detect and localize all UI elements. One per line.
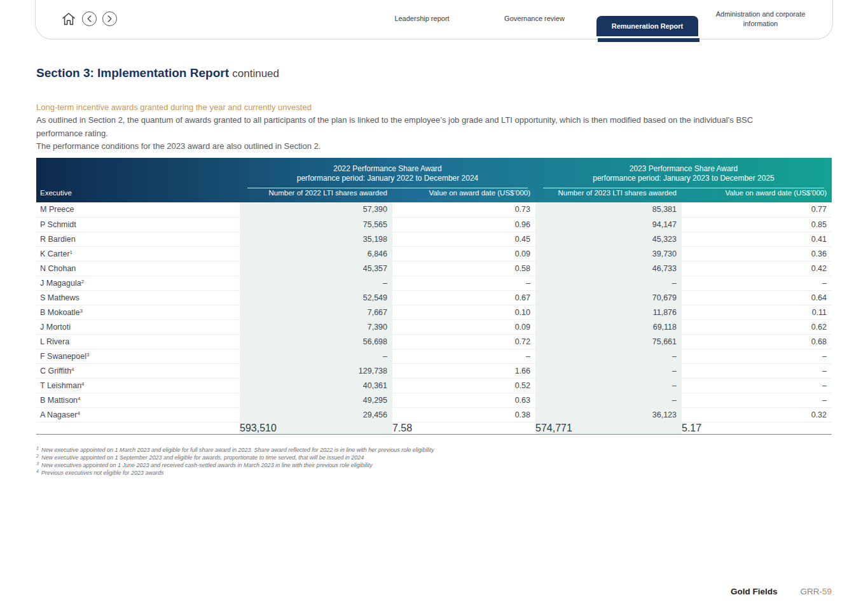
cell-shares-2023: – (535, 349, 682, 363)
group-header-2023: 2023 Performance Share Award performance… (535, 158, 832, 188)
cell-shares-2022: 29,456 (240, 407, 392, 422)
table-row: A Nagaser429,4560.3836,1230.32 (36, 407, 832, 422)
group-2022-period: performance period: January 2022 to Dece… (247, 174, 528, 184)
page-footer: Gold Fields GRR-59 (731, 587, 832, 596)
cell-shares-2022: – (240, 276, 392, 290)
forward-chevron-icon[interactable] (102, 11, 117, 26)
cell-shares-2022: 57,390 (240, 202, 392, 217)
tab-remuneration-report[interactable]: Remuneration Report (596, 16, 698, 36)
executive-name: L Rivera (36, 334, 240, 349)
executive-name: J Magagula2 (36, 276, 240, 290)
table-row: R Bardien35,1980.4545,3230.41 (36, 232, 832, 246)
cell-value-2023: 0.41 (682, 232, 832, 246)
cell-value-2022: 0.10 (392, 305, 535, 319)
nav-icon-group (61, 0, 117, 39)
executive-name: S Mathews (36, 290, 240, 305)
column-header-shares-2022: Number of 2022 LTI shares awarded (240, 188, 392, 202)
tab-leadership-report[interactable]: Leadership report (373, 0, 471, 39)
cell-shares-2022: 129,738 (240, 363, 392, 378)
footnote-marker: 3 (80, 308, 83, 314)
cell-shares-2023: – (535, 363, 682, 378)
cell-value-2023: – (682, 393, 832, 407)
cell-value-2023: – (682, 276, 832, 290)
column-header-value-2022: Value on award date (US$’000) (392, 188, 535, 202)
page-title-suffix: continued (232, 67, 279, 80)
executive-name: C Griffith4 (36, 363, 240, 378)
footnote-marker: 4 (78, 396, 80, 402)
cell-shares-2023: 45,323 (535, 232, 682, 246)
total-value-2023: 5.17 (682, 422, 832, 434)
cell-value-2023: 0.85 (682, 217, 832, 232)
cell-shares-2022: 45,357 (240, 261, 392, 276)
cell-shares-2022: 7,667 (240, 305, 392, 319)
table-row: B Mokoatle37,6670.1011,8760.11 (36, 305, 832, 319)
cell-value-2023: 0.11 (682, 305, 832, 319)
report-page: Leadership reportGovernance reviewRemune… (0, 0, 868, 616)
cell-value-2023: – (682, 349, 832, 363)
cell-shares-2023: – (535, 378, 682, 393)
table-row: M Preece57,3900.7385,3810.77 (36, 202, 832, 217)
executive-name: B Mokoatle3 (36, 305, 240, 319)
table-column-header-row: Executive Number of 2022 LTI shares awar… (36, 188, 832, 202)
column-header-executive: Executive (36, 188, 240, 202)
cell-value-2022: 0.09 (392, 246, 535, 261)
group-2022-title: 2022 Performance Share Award (247, 164, 528, 174)
cell-value-2022: 0.09 (392, 319, 535, 334)
table-row: C Griffith4129,7381.66–– (36, 363, 832, 378)
cell-value-2022: 0.73 (392, 202, 535, 217)
cell-shares-2023: 75,661 (535, 334, 682, 349)
cell-value-2023: 0.77 (682, 202, 832, 217)
tab-governance-review[interactable]: Governance review (485, 0, 584, 39)
table-row: P Schmidt75,5650.9694,1470.85 (36, 217, 832, 232)
cell-value-2023: – (682, 363, 832, 378)
table-row: F Swanepoel3–––– (36, 349, 832, 363)
cell-value-2022: 0.67 (392, 290, 535, 305)
cell-shares-2022: 75,565 (240, 217, 392, 232)
table-total-row: 593,510 7.58 574,771 5.17 (36, 422, 832, 434)
cell-shares-2022: 49,295 (240, 393, 392, 407)
executive-name: F Swanepoel3 (36, 349, 240, 363)
page-title: Section 3: Implementation Report continu… (36, 66, 279, 80)
table-row: K Carter16,8460.0939,7300.36 (36, 246, 832, 261)
cell-shares-2023: 85,381 (535, 202, 682, 217)
tab-administration-and-corporate-information[interactable]: Administration and corporate information (706, 0, 815, 39)
column-header-shares-2023: Number of 2023 LTI shares awarded (535, 188, 682, 202)
cell-value-2023: 0.36 (682, 246, 832, 261)
page-title-main: Section 3: Implementation Report (36, 66, 229, 80)
section-subheading: Long-term incentive awards granted durin… (36, 102, 312, 112)
cell-shares-2022: 40,361 (240, 378, 392, 393)
cell-shares-2023: 36,123 (535, 407, 682, 422)
cell-value-2022: – (392, 276, 535, 290)
group-header-2022: 2022 Performance Share Award performance… (240, 158, 535, 188)
cell-value-2023: 0.62 (682, 319, 832, 334)
back-chevron-icon[interactable] (82, 11, 97, 26)
cell-value-2022: 0.58 (392, 261, 535, 276)
cell-value-2023: 0.68 (682, 334, 832, 349)
top-navigation-bar: Leadership reportGovernance reviewRemune… (35, 0, 833, 39)
cell-shares-2022: 6,846 (240, 246, 392, 261)
cell-shares-2022: 56,698 (240, 334, 392, 349)
home-icon[interactable] (61, 11, 76, 27)
cell-value-2022: 0.96 (392, 217, 535, 232)
cell-shares-2023: 94,147 (535, 217, 682, 232)
table-row: B Mattison449,2950.63–– (36, 393, 832, 407)
cell-shares-2023: 70,679 (535, 290, 682, 305)
executive-name: P Schmidt (36, 217, 240, 232)
footnote: 4Previous executives not eligible for 20… (36, 468, 434, 476)
executive-name: B Mattison4 (36, 393, 240, 407)
table-row: S Mathews52,5490.6770,6790.64 (36, 290, 832, 305)
cell-shares-2023: – (535, 276, 682, 290)
table-row: T Leishman440,3610.52–– (36, 378, 832, 393)
footnote: 1New executive appointed on 1 March 2023… (36, 445, 434, 453)
cell-shares-2023: 39,730 (535, 246, 682, 261)
cell-value-2022: 0.72 (392, 334, 535, 349)
footnote: 3New executives appointed on 1 June 2023… (36, 461, 434, 468)
table-row: J Mortoti7,3900.0969,1180.62 (36, 319, 832, 334)
brand-name: Gold Fields (731, 587, 778, 596)
executive-name: K Carter1 (36, 246, 240, 261)
page-reference: GRR-59 (800, 587, 832, 596)
active-tab-underline (598, 38, 699, 42)
cell-value-2022: 0.63 (392, 393, 535, 407)
footnote-marker: 2 (81, 279, 84, 284)
footnote: 2New executive appointed on 1 September … (36, 453, 434, 461)
